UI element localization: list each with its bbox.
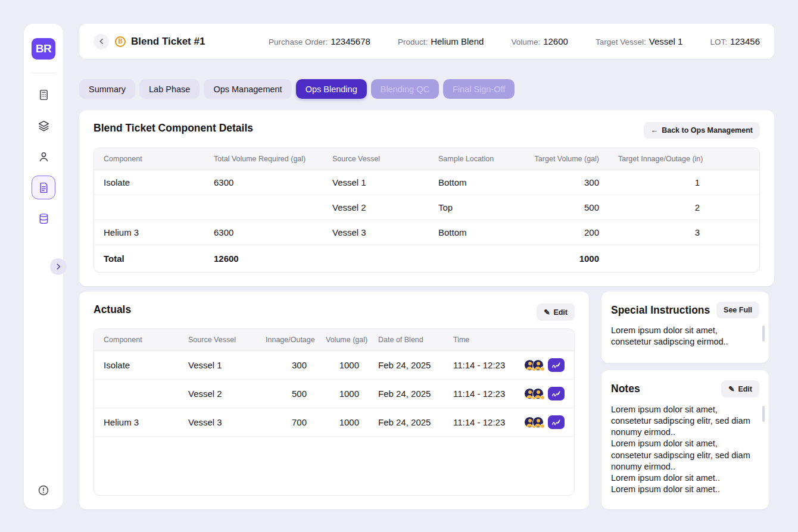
- cell-time: 11:14 - 12:23: [444, 351, 509, 380]
- row-actions: [519, 415, 565, 429]
- component-details-table: Component Total Volume Required (gal) So…: [93, 148, 760, 273]
- sidebar-item-blend-ticket[interactable]: [32, 176, 55, 199]
- user-avatar[interactable]: [532, 388, 544, 399]
- blend-status-icon: B: [115, 36, 126, 47]
- cell-total-volume: [204, 195, 323, 220]
- row-actions: [519, 358, 565, 372]
- scrollbar-thumb[interactable]: [762, 406, 765, 422]
- actuals-card: Actuals ✎ Edit Component Source Vessel I…: [79, 292, 589, 509]
- tab-final-sign-off: Final Sign-Off: [443, 79, 515, 99]
- brand-logo[interactable]: BR: [32, 38, 55, 60]
- sidebar-item-user[interactable]: [32, 145, 55, 168]
- app-window: BR: [0, 0, 798, 532]
- cell-innage: 500: [256, 380, 316, 408]
- tab-ops-management[interactable]: Ops Management: [204, 79, 291, 99]
- cell-source-vessel: Vessel 2: [179, 380, 256, 408]
- cell-total-volume: 12600: [204, 245, 323, 273]
- cell-total-label: Total: [94, 245, 204, 273]
- cell-total-volume: 6300: [204, 170, 323, 195]
- cell-volume: 1000: [316, 351, 369, 380]
- table-row: Isolate 6300 Vessel 1 Bottom 300 1: [94, 170, 759, 195]
- table-row: Helium 3 Vessel 3 700 1000 Feb 24, 2025 …: [94, 408, 574, 437]
- edit-label: Edit: [553, 308, 568, 317]
- cell-source-vessel: Vessel 1: [323, 170, 429, 195]
- cell-volume: 1000: [316, 380, 369, 408]
- actuals-table: Component Source Vessel Innage/Outage (i…: [93, 328, 575, 496]
- special-instructions-title: Special Instructions: [611, 304, 710, 317]
- phase-tabs: Summary Lab Phase Ops Management Ops Ble…: [79, 79, 515, 99]
- tab-lab-phase[interactable]: Lab Phase: [139, 79, 200, 99]
- signature-button[interactable]: [548, 415, 565, 429]
- cell-sample-location: Top: [429, 195, 524, 220]
- cell-innage: 700: [256, 408, 316, 437]
- user-avatar[interactable]: [532, 359, 544, 371]
- field-label: Product:: [398, 37, 428, 46]
- field-target-vessel: Target Vessel:Vessel 1: [596, 36, 683, 47]
- table-row: Vessel 2 Top 500 2: [94, 195, 759, 220]
- cell-date: Feb 24, 2025: [369, 380, 444, 408]
- field-purchase-order: Purchase Order:12345678: [269, 36, 370, 47]
- table-row: Helium 3 6300 Vessel 3 Bottom 200 3: [94, 220, 759, 245]
- scrollbar-thumb[interactable]: [762, 326, 765, 342]
- note-paragraph: Lorem ipsum dolor sit amet, consetetur s…: [611, 438, 752, 472]
- sidebar-item-calculator[interactable]: [32, 83, 55, 107]
- blend-ticket-icon: [38, 181, 50, 194]
- field-value: 123456: [730, 36, 760, 46]
- field-product: Product:Helium Blend: [398, 36, 484, 47]
- cell-date: Feb 24, 2025: [369, 351, 444, 380]
- component-details-card: Blend Ticket Component Details ← Back to…: [79, 110, 774, 286]
- cell-total-volume: 6300: [204, 220, 323, 245]
- table-header-row: Component Total Volume Required (gal) So…: [94, 148, 759, 170]
- note-paragraph: Lorem ipsum dolor sit amet..: [611, 484, 752, 495]
- column-header: Component: [94, 329, 179, 351]
- field-value: Vessel 1: [649, 36, 683, 46]
- cell-target-volume-total: 1000: [524, 245, 609, 273]
- column-header: Source Vessel: [323, 148, 429, 170]
- header-fields: Purchase Order:12345678 Product:Helium B…: [205, 36, 760, 47]
- cell-source-vessel: Vessel 3: [179, 408, 256, 437]
- tab-blending-qc: Blending QC: [371, 79, 439, 99]
- back-to-ops-management-button[interactable]: ← Back to Ops Management: [644, 122, 760, 139]
- chevron-left-icon: [98, 37, 105, 45]
- user-icon: [38, 151, 50, 163]
- cell-component: Isolate: [94, 351, 179, 380]
- cell-component: Helium 3: [94, 220, 204, 245]
- column-header: Component: [94, 148, 204, 170]
- cell-component: Isolate: [94, 170, 204, 195]
- see-full-button[interactable]: See Full: [716, 302, 759, 318]
- cell-innage: 300: [256, 351, 316, 380]
- signature-button[interactable]: [548, 387, 565, 400]
- layers-icon: [38, 120, 50, 132]
- tab-ops-blending[interactable]: Ops Blending: [296, 79, 367, 99]
- user-avatar[interactable]: [532, 417, 544, 428]
- sidebar-item-vessel[interactable]: [32, 206, 55, 230]
- arrow-left-icon: ←: [651, 126, 659, 134]
- field-volume: Volume:12600: [511, 36, 568, 47]
- field-value: 12345678: [331, 36, 370, 46]
- cell-volume: 1000: [316, 408, 369, 437]
- table-row: Isolate Vessel 1 300 1000 Feb 24, 2025 1…: [94, 351, 574, 380]
- sidebar-expand-button[interactable]: [50, 258, 67, 275]
- sidebar-help[interactable]: [24, 484, 63, 496]
- field-value: 12600: [543, 36, 568, 46]
- table-header-row: Component Source Vessel Innage/Outage (i…: [94, 329, 574, 351]
- avatar-badge: [540, 395, 545, 400]
- sidebar-divider: [31, 73, 56, 73]
- column-header: Total Volume Required (gal): [204, 148, 323, 170]
- special-instructions-text: Lorem ipsum dolor sit amet, consetetur s…: [611, 325, 759, 348]
- tab-summary[interactable]: Summary: [79, 79, 135, 99]
- notes-card: Notes ✎ Edit Lorem ipsum dolor sit amet,…: [601, 370, 769, 509]
- signer-avatars: [524, 388, 544, 399]
- sidebar-item-layers[interactable]: [32, 114, 55, 137]
- actuals-edit-button[interactable]: ✎ Edit: [537, 303, 575, 321]
- cell-sample-location: Bottom: [429, 220, 524, 245]
- avatar-badge: [540, 367, 545, 371]
- field-label: Volume:: [511, 37, 540, 46]
- column-header: Volume (gal): [316, 329, 369, 351]
- page-title: Blend Ticket #1: [131, 36, 205, 48]
- vessel-icon: [38, 212, 50, 225]
- back-button[interactable]: [93, 34, 109, 49]
- signature-button[interactable]: [548, 358, 565, 372]
- notes-edit-button[interactable]: ✎ Edit: [721, 380, 759, 398]
- cell-empty: [429, 245, 524, 273]
